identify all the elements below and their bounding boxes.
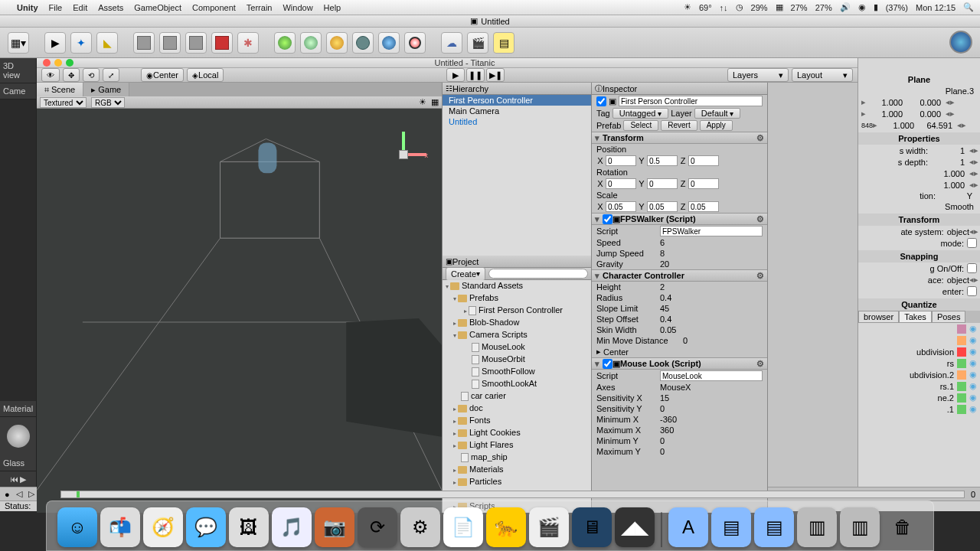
minimize-button[interactable] [54, 59, 62, 67]
hierarchy-item-untitled[interactable]: Untitled [443, 116, 591, 127]
tab-poses[interactable]: Poses [932, 311, 966, 323]
dock-cheetah[interactable]: 🐆 [486, 507, 526, 547]
film-button[interactable]: 🎬 [467, 32, 488, 54]
menu-app[interactable]: Unity [17, 3, 38, 12]
scale-z[interactable] [688, 201, 719, 212]
dock-imovie[interactable]: 🎬 [529, 507, 569, 547]
unity-titlebar[interactable]: Untitled - Titanic [37, 58, 858, 68]
hierarchy-item-fpc[interactable]: First Person Controller [443, 95, 591, 106]
take-item[interactable]: ◉ [858, 334, 980, 346]
layers-dropdown[interactable]: Layers▾ [727, 68, 789, 82]
project-node[interactable]: First Person Controller [443, 305, 591, 317]
mouselook-header[interactable]: ▾ ▣ Mouse Look (Script)⚙ [592, 357, 767, 370]
take-item[interactable]: ne.2◉ [858, 392, 980, 403]
rotate-tool[interactable]: ⟲ [83, 68, 100, 82]
hierarchy-list[interactable]: First Person Controller Main Camera Unti… [443, 95, 591, 256]
project-node[interactable]: Blob-Shadow [443, 317, 591, 329]
dock-trash[interactable]: 🗑 [883, 507, 923, 547]
project-node[interactable]: SmoothLookAt [443, 378, 591, 390]
orientation-gizmo[interactable]: x [381, 132, 426, 178]
take-item[interactable]: ◉ [858, 323, 980, 334]
go-name-field[interactable] [619, 96, 763, 106]
project-tree[interactable]: Standard AssetsPrefabsFirst Person Contr… [443, 280, 591, 513]
dock-sysprefs[interactable]: ⚙ [400, 507, 440, 547]
play-button[interactable]: ▶ [446, 68, 465, 82]
take-item[interactable]: .1◉ [858, 403, 980, 415]
project-node[interactable]: Prefabs [443, 292, 591, 305]
dock-mail[interactable]: 📬 [100, 507, 140, 547]
menu-gameobject[interactable]: GameObject [134, 3, 181, 12]
prefab-select-button[interactable]: Select [623, 120, 658, 131]
menu-file[interactable]: File [49, 3, 63, 12]
dock-ichat[interactable]: 💬 [186, 507, 226, 547]
dock-folder1[interactable]: ▤ [754, 507, 794, 547]
menu-component[interactable]: Component [192, 3, 236, 12]
render-mode-select[interactable]: RGB [91, 97, 125, 108]
project-node[interactable]: Camera Scripts [443, 329, 591, 341]
hierarchy-item-camera[interactable]: Main Camera [443, 106, 591, 116]
next-key-icon[interactable]: ▷ [28, 489, 34, 499]
green-ball-button[interactable] [274, 32, 296, 54]
dock-docs[interactable]: ▤ [711, 507, 751, 547]
rewind-icon[interactable]: ⏮ [10, 474, 18, 484]
project-node[interactable]: doc [443, 403, 591, 415]
prev-key-icon[interactable]: ◁ [16, 489, 22, 499]
tab-takes[interactable]: Takes [899, 311, 932, 323]
project-node[interactable]: Materials [443, 464, 591, 476]
tab-scene[interactable]: ⌗Scene [37, 83, 83, 96]
dock-textedit[interactable]: 📄 [443, 507, 483, 547]
pos-y[interactable] [647, 155, 678, 166]
spotlight-icon[interactable]: 🔍 [963, 2, 974, 12]
wire-ball-button[interactable] [352, 32, 374, 54]
dock-safari[interactable]: 🧭 [143, 507, 183, 547]
dock-finder[interactable]: ☺ [57, 507, 97, 547]
hand-tool[interactable]: 👁 [41, 68, 60, 82]
clock-text[interactable]: Mon 12:15 [916, 3, 956, 12]
globe-button[interactable] [378, 32, 400, 54]
menu-help[interactable]: Help [324, 3, 341, 12]
cube2-button[interactable] [159, 32, 181, 54]
view-mode-button[interactable]: ▦▾ [8, 32, 29, 54]
volume-icon[interactable]: 🔊 [840, 2, 851, 12]
transform-header[interactable]: ▾Transform⚙ [592, 132, 767, 144]
ml-script[interactable] [660, 370, 763, 381]
scale-y[interactable] [647, 201, 678, 212]
menu-assets[interactable]: Assets [98, 3, 123, 12]
swirl-button[interactable] [300, 32, 322, 54]
tag-dropdown[interactable]: Untagged ▾ [612, 108, 669, 119]
project-node[interactable]: Light Flares [443, 439, 591, 452]
project-node[interactable]: car carier [443, 390, 591, 403]
gear-icon[interactable]: ⚙ [756, 214, 764, 224]
prefab-revert-button[interactable]: Revert [661, 120, 697, 131]
zoom-button[interactable] [66, 59, 74, 67]
ruler-button[interactable]: ◣ [96, 32, 118, 54]
rot-x[interactable] [606, 178, 636, 189]
layer-dropdown[interactable]: Default ▾ [694, 108, 741, 119]
record-button[interactable] [404, 32, 426, 54]
light-icon[interactable]: ☀ [419, 97, 426, 107]
dock-iphoto[interactable]: 📷 [315, 507, 354, 547]
wifi-icon[interactable]: ◉ [858, 2, 866, 12]
layout-dropdown[interactable]: Layout▾ [792, 68, 853, 82]
menu-edit[interactable]: Edit [73, 3, 87, 12]
pos-z[interactable] [688, 155, 719, 166]
project-search[interactable] [488, 269, 588, 279]
note-button[interactable]: ▤ [493, 32, 514, 54]
dock-display[interactable]: 🖥 [572, 507, 612, 547]
pos-x[interactable] [606, 155, 636, 166]
dock-appstore[interactable]: A [668, 507, 708, 547]
dock-folder2[interactable]: ▥ [797, 507, 837, 547]
dock-folder3[interactable]: ▥ [840, 507, 880, 547]
project-node[interactable]: MouseOrbit [443, 354, 591, 366]
gear-icon[interactable]: ⚙ [756, 271, 764, 281]
axes-button[interactable]: ✦ [70, 32, 92, 54]
cloud-button[interactable]: ☁ [441, 32, 462, 54]
rot-z[interactable] [688, 178, 719, 189]
scale-tool[interactable]: ⤢ [103, 68, 119, 82]
dock-itunes[interactable]: 🎵 [272, 507, 312, 547]
timeline-track[interactable] [60, 491, 965, 498]
pivot-local[interactable]: ◈ Local [187, 68, 224, 82]
dock-unity[interactable]: ◢◣ [615, 507, 655, 547]
take-item[interactable]: ubdivision.2◉ [858, 369, 980, 380]
cursor-button[interactable]: ▶ [44, 32, 66, 54]
